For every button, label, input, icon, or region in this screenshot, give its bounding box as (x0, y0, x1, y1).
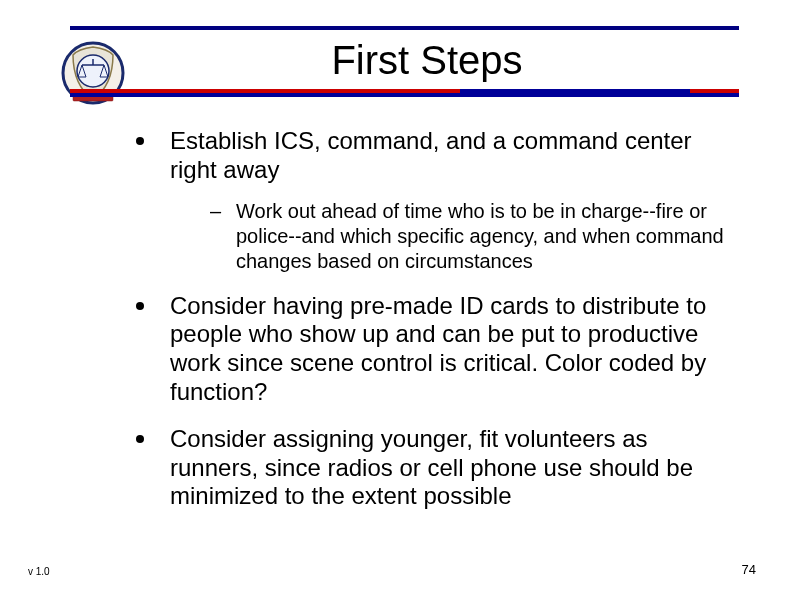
sub-bullet-text: Work out ahead of time who is to be in c… (236, 200, 724, 272)
slide-header: First Steps (0, 0, 794, 97)
bullet-text: Consider having pre-made ID cards to dis… (170, 292, 706, 405)
list-item: Work out ahead of time who is to be in c… (208, 199, 739, 274)
footer-version: v 1.0 (28, 566, 50, 577)
bullet-list: Establish ICS, command, and a command ce… (130, 127, 739, 511)
underline-blue (70, 93, 739, 97)
list-item: Consider having pre-made ID cards to dis… (130, 292, 739, 407)
list-item: Consider assigning younger, fit voluntee… (130, 425, 739, 511)
bullet-text: Consider assigning younger, fit voluntee… (170, 425, 693, 510)
sub-bullet-list: Work out ahead of time who is to be in c… (208, 199, 739, 274)
slide-body: Establish ICS, command, and a command ce… (130, 127, 739, 511)
title-underline (70, 89, 739, 97)
underline-blue-over (460, 89, 690, 93)
footer-page-number: 74 (742, 562, 756, 577)
agency-seal-icon (58, 35, 128, 115)
bullet-text: Establish ICS, command, and a command ce… (170, 127, 692, 183)
list-item: Establish ICS, command, and a command ce… (130, 127, 739, 274)
top-rule (70, 26, 739, 30)
